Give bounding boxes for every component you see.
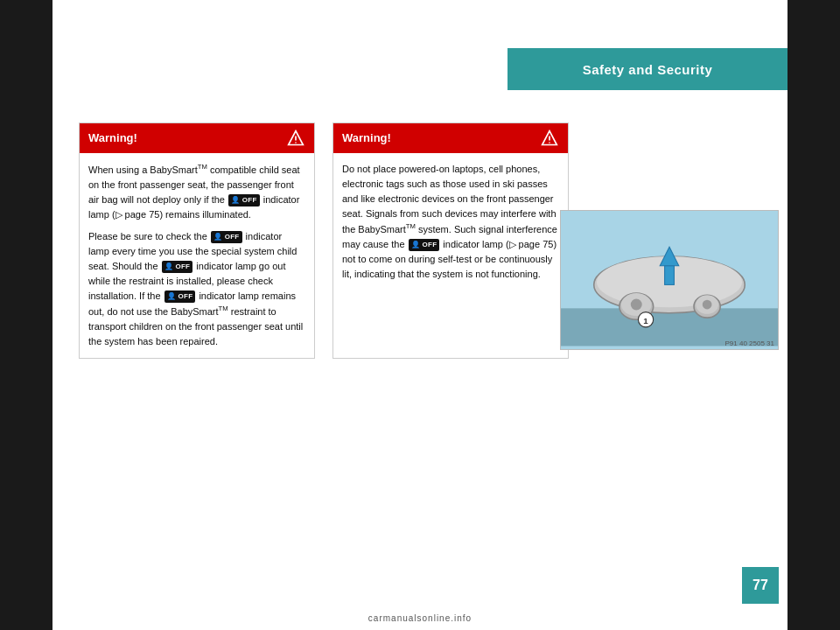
warning-box-1: Warning! When using a BabySmartTM compat… — [79, 122, 315, 359]
warning-triangle-icon-2 — [540, 129, 559, 148]
warning-triangle-icon-1 — [286, 129, 305, 148]
warning-label-1: Warning! — [88, 130, 137, 147]
warning-label-2: Warning! — [342, 130, 391, 147]
indicator-icon-1c: 👤 OFF — [162, 261, 193, 273]
header-bar: Safety and Security — [508, 48, 788, 90]
warning-para-2: Do not place powered-on laptops, cell ph… — [342, 162, 559, 282]
warning-boxes-container: Warning! When using a BabySmartTM compat… — [79, 122, 569, 359]
page-number: 77 — [742, 567, 779, 604]
footer-watermark: carmanualsonline.info — [52, 613, 788, 623]
indicator-icon-1d: 👤 OFF — [164, 290, 196, 303]
warning-para-1b: Please be sure to check the 👤 OFF indica… — [88, 229, 305, 349]
car-seat-svg: 1 — [561, 211, 778, 349]
main-content: Safety and Security Warning! When using … — [52, 0, 788, 630]
warning-body-2: Do not place powered-on laptops, cell ph… — [333, 153, 568, 290]
warning-header-2: Warning! — [333, 123, 568, 153]
image-caption: P91 40 2505 31 — [725, 340, 775, 347]
svg-point-15 — [703, 300, 712, 310]
svg-point-1 — [295, 142, 297, 144]
svg-rect-9 — [665, 266, 675, 285]
svg-point-3 — [549, 142, 550, 144]
indicator-icon-1a: 👤 OFF — [228, 194, 260, 206]
indicator-icon-1b: 👤 OFF — [211, 231, 242, 243]
header-title: Safety and Security — [583, 62, 713, 77]
svg-point-12 — [631, 299, 642, 311]
indicator-icon-2: 👤 OFF — [409, 239, 440, 251]
warning-para-1a: When using a BabySmartTM compatible chil… — [88, 162, 305, 222]
warning-box-2: Warning! Do not place powered-on laptops… — [332, 122, 569, 359]
warning-body-1: When using a BabySmartTM compatible chil… — [80, 153, 314, 358]
svg-text:1: 1 — [643, 316, 648, 326]
warning-header-1: Warning! — [80, 123, 314, 153]
car-image-area: 1 P91 40 2505 31 — [560, 210, 779, 350]
